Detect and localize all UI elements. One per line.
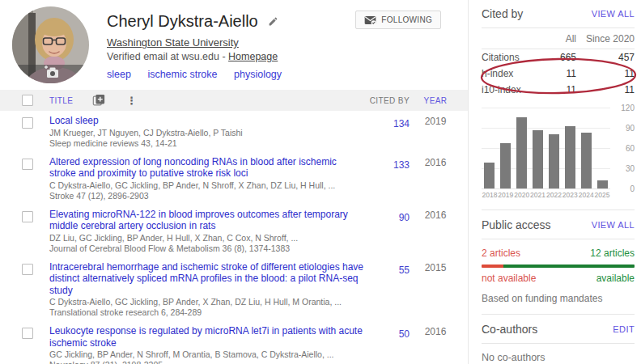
cited-by-heading: Cited by xyxy=(482,7,523,20)
col-since-label: Since 2020 xyxy=(576,33,635,44)
articles-list: Local sleep JM Krueger, JT Nguyen, CJ Dy… xyxy=(0,111,468,364)
chart-bar-cell xyxy=(530,108,546,188)
article-checkbox[interactable] xyxy=(22,117,33,129)
article-info: Altered expression of long noncoding RNA… xyxy=(49,156,376,201)
article-title-link[interactable]: Altered expression of long noncoding RNA… xyxy=(49,156,364,180)
homepage-link[interactable]: Homepage xyxy=(228,51,278,62)
article-checkbox[interactable] xyxy=(22,211,33,222)
article-venue: Neurology 87 (21), 2198-2205 xyxy=(49,360,364,364)
article-authors: GC Jickling, BP Ander, N Shroff, M Orant… xyxy=(49,349,364,359)
article-authors: JM Krueger, JT Nguyen, CJ Dykstra-Aiello… xyxy=(49,128,364,138)
chart-year-label: 2024 xyxy=(578,191,594,199)
article-title-link[interactable]: Intracerebral hemorrhage and ischemic st… xyxy=(49,261,364,297)
chart-bar[interactable] xyxy=(581,133,592,188)
stat-all-value: 11 xyxy=(537,68,576,79)
chart-bar[interactable] xyxy=(484,163,495,188)
cited-by-header: Cited by VIEW ALL xyxy=(482,0,635,28)
cited-by-view-all-link[interactable]: VIEW ALL xyxy=(592,9,635,19)
stat-row: h-index 11 11 xyxy=(482,66,635,82)
stat-row: i10-index 11 11 xyxy=(482,82,635,98)
article-title-link[interactable]: Local sleep xyxy=(49,115,364,127)
chart-bar[interactable] xyxy=(533,130,543,189)
articles-table-header: TITLE ⋮ CITED BY YEAR xyxy=(0,90,468,111)
chart-bar-cell xyxy=(578,108,594,188)
access-bar-unavailable xyxy=(482,265,503,268)
chart-bar-cell xyxy=(498,108,514,188)
stat-label-link[interactable]: Citations xyxy=(482,52,537,63)
stat-all-value: 665 xyxy=(537,52,576,63)
cited-by-column-header: All Since 2020 xyxy=(482,28,635,49)
cited-by-count-link[interactable]: 90 xyxy=(399,212,410,223)
not-available-count-link[interactable]: 2 articles xyxy=(482,248,520,259)
interest-sleep[interactable]: sleep xyxy=(107,69,131,80)
verified-email: Verified email at wsu.edu - Homepage xyxy=(107,51,295,62)
chart-ytick-label: 60 xyxy=(613,144,635,153)
article-checkbox[interactable] xyxy=(22,264,33,275)
select-all-checkbox[interactable] xyxy=(22,95,33,106)
cited-by-table: All Since 2020 Citations 665 457 h-index… xyxy=(482,28,635,98)
cited-by-count-link[interactable]: 50 xyxy=(399,328,410,340)
article-authors: C Dykstra-Aiello, GC Jickling, BP Ander,… xyxy=(49,180,364,190)
public-access-section: Public access VIEW ALL 2 articles 12 art… xyxy=(482,210,635,304)
following-label: FOLLOWING xyxy=(381,15,432,24)
public-access-counts: 2 articles 12 articles xyxy=(482,248,635,259)
following-button[interactable]: FOLLOWING xyxy=(355,11,441,29)
profile-name: Cheryl Dykstra-Aiello xyxy=(107,12,258,31)
chart-bar[interactable] xyxy=(597,180,608,188)
main-column: Cheryl Dykstra-Aiello Washington State U… xyxy=(0,0,468,364)
chart-bar-cell xyxy=(514,108,530,188)
chart-bar-cell xyxy=(482,108,498,188)
article-title-link[interactable]: Elevating microRNA-122 in blood improves… xyxy=(49,209,364,232)
available-text: available xyxy=(596,273,635,284)
coauthors-header: Co-authors EDIT xyxy=(482,315,635,344)
stat-since-value: 11 xyxy=(576,84,635,95)
sort-by-year[interactable]: YEAR xyxy=(410,96,461,105)
profile-photo[interactable] xyxy=(12,6,89,83)
chart-bar[interactable] xyxy=(565,126,575,189)
cited-by-count-link[interactable]: 133 xyxy=(393,159,410,171)
chart-bar[interactable] xyxy=(500,143,511,188)
stat-label-link[interactable]: h-index xyxy=(482,68,537,79)
cited-by-count-link[interactable]: 55 xyxy=(399,265,410,276)
article-checkbox[interactable] xyxy=(22,159,33,170)
interest-ischemic-stroke[interactable]: ischemic stroke xyxy=(147,69,217,80)
article-venue: Translational stroke research 6, 284-289 xyxy=(49,307,364,317)
funding-mandates-note: Based on funding mandates xyxy=(482,293,635,304)
chart-ytick-label: 90 xyxy=(613,124,635,133)
coauthors-section: Co-authors EDIT No co-authors xyxy=(482,314,635,363)
stat-since-value: 11 xyxy=(576,68,635,79)
article-venue: Sleep medicine reviews 43, 14-21 xyxy=(49,138,364,148)
article-venue: Journal of Cerebral Blood Flow & Metabol… xyxy=(49,243,364,253)
access-bar-available xyxy=(503,265,635,268)
sidebar: Cited by VIEW ALL All Since 2020 Citatio… xyxy=(468,0,641,364)
public-access-view-all-link[interactable]: VIEW ALL xyxy=(592,220,635,230)
chart-plot-area: 0306090120 xyxy=(482,108,610,188)
add-articles-icon[interactable] xyxy=(92,94,105,107)
interests: sleep ischemic stroke physiology xyxy=(107,69,295,80)
interest-physiology[interactable]: physiology xyxy=(234,69,282,80)
article-info: Local sleep JM Krueger, JT Nguyen, CJ Dy… xyxy=(49,115,376,148)
col-all-label: All xyxy=(537,33,576,44)
stat-since-value: 457 xyxy=(576,52,635,63)
stat-label-link[interactable]: i10-index xyxy=(482,84,537,95)
affiliation-link[interactable]: Washington State University xyxy=(107,36,239,49)
article-title-link[interactable]: Leukocyte response is regulated by micro… xyxy=(49,325,364,349)
edit-profile-icon[interactable] xyxy=(268,16,278,27)
chart-bar[interactable] xyxy=(549,134,559,188)
verified-email-text: Verified email at wsu.edu - xyxy=(107,51,228,62)
sort-by-citations[interactable]: CITED BY xyxy=(370,96,410,105)
article-checkbox[interactable] xyxy=(22,328,33,339)
sort-by-title[interactable]: TITLE xyxy=(49,96,73,105)
cited-by-count-link[interactable]: 134 xyxy=(393,118,410,129)
coauthors-edit-link[interactable]: EDIT xyxy=(613,324,635,334)
article-year: 2016 xyxy=(410,157,461,168)
profile-header: Cheryl Dykstra-Aiello Washington State U… xyxy=(0,0,468,84)
more-options-icon[interactable]: ⋮ xyxy=(126,95,137,106)
article-row: Local sleep JM Krueger, JT Nguyen, CJ Dy… xyxy=(0,111,468,152)
chart-year-label: 2018 xyxy=(482,191,498,199)
chart-bar[interactable] xyxy=(516,117,527,188)
available-count-link[interactable]: 12 articles xyxy=(590,248,635,259)
public-access-heading: Public access xyxy=(482,218,551,231)
public-access-header: Public access VIEW ALL xyxy=(482,210,635,239)
chart-bar-cell xyxy=(546,108,562,188)
